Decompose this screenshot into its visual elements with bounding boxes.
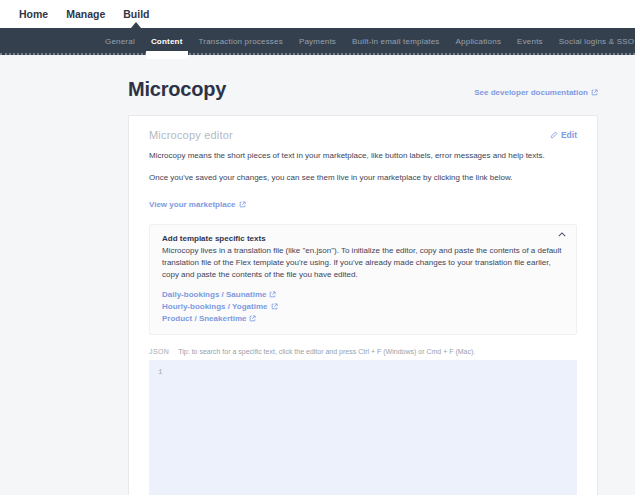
tab-payments-label: Payments: [299, 37, 336, 46]
tab-transaction-processes-label: Transaction processes: [199, 37, 283, 46]
external-link-icon: [249, 315, 256, 322]
save-info-paragraph: Once you've saved your changes, you can …: [149, 172, 577, 185]
template-link-hourly-bookings-label: Hourly-bookings / Yogatime: [162, 301, 268, 313]
edit-button-label: Edit: [561, 130, 577, 140]
tab-applications-label: Applications: [456, 37, 502, 46]
view-marketplace-link-label: View your marketplace: [149, 200, 236, 209]
editor-meta-row: JSON Tip: to search for a specific text,…: [149, 348, 577, 355]
top-navigation: Home Manage Build: [0, 0, 635, 28]
card-header: Microcopy editor Edit: [149, 129, 577, 141]
template-texts-panel: Add template specific texts Microcopy li…: [149, 224, 577, 335]
active-tab-indicator: [146, 51, 188, 59]
topnav-home-label: Home: [19, 8, 48, 20]
topnav-build-label: Build: [123, 8, 149, 20]
developer-documentation-link[interactable]: See developer documentation: [474, 88, 598, 97]
tab-content-label: Content: [151, 37, 183, 46]
editor-tip: Tip: to search for a specific text, clic…: [178, 348, 475, 355]
editor-line-number: 1: [149, 362, 163, 376]
tab-transaction-processes[interactable]: Transaction processes: [191, 28, 291, 55]
json-code-editor[interactable]: 1: [149, 360, 577, 495]
template-link-product[interactable]: Product / Sneakertime: [162, 313, 256, 325]
external-link-icon: [269, 291, 276, 298]
template-link-daily-bookings[interactable]: Daily-bookings / Saunatime: [162, 289, 276, 301]
microcopy-editor-card: Microcopy editor Edit Microcopy means th…: [128, 115, 598, 495]
topnav-item-manage[interactable]: Manage: [57, 0, 114, 28]
external-link-icon: [239, 201, 246, 208]
topnav-item-home[interactable]: Home: [10, 0, 57, 28]
developer-documentation-link-label: See developer documentation: [474, 88, 588, 97]
tab-payments[interactable]: Payments: [291, 28, 344, 55]
tab-social-logins-sso[interactable]: Social logins & SSO: [551, 28, 635, 55]
tab-social-logins-sso-label: Social logins & SSO: [559, 37, 634, 46]
page-header: Microcopy See developer documentation: [128, 78, 598, 101]
format-label: JSON: [149, 348, 169, 355]
tab-built-in-email-templates[interactable]: Built-in email templates: [344, 28, 448, 55]
tab-events-label: Events: [517, 37, 543, 46]
tab-general-label: General: [105, 37, 135, 46]
build-sub-navigation: General Content Transaction processes Pa…: [0, 28, 635, 55]
pencil-icon: [550, 131, 558, 139]
template-panel-body: Microcopy lives in a translation file (l…: [162, 245, 564, 282]
tab-general[interactable]: General: [97, 28, 143, 55]
topnav-manage-label: Manage: [66, 8, 105, 20]
topnav-item-build[interactable]: Build: [114, 0, 158, 28]
tab-applications[interactable]: Applications: [448, 28, 510, 55]
chevron-up-icon: [558, 232, 566, 237]
view-marketplace-link[interactable]: View your marketplace: [149, 200, 246, 209]
tab-content[interactable]: Content: [143, 28, 191, 55]
collapse-panel-button[interactable]: [558, 232, 566, 237]
external-link-icon: [591, 89, 598, 96]
template-link-daily-bookings-label: Daily-bookings / Saunatime: [162, 289, 266, 301]
template-panel-title: Add template specific texts: [162, 233, 564, 245]
page-title: Microcopy: [128, 78, 226, 101]
template-link-product-label: Product / Sneakertime: [162, 313, 246, 325]
edit-button[interactable]: Edit: [550, 130, 577, 140]
tab-events[interactable]: Events: [509, 28, 551, 55]
card-title: Microcopy editor: [149, 129, 233, 141]
intro-paragraph: Microcopy means the short pieces of text…: [149, 150, 577, 163]
external-link-icon: [271, 303, 278, 310]
tab-built-in-email-templates-label: Built-in email templates: [352, 37, 440, 46]
template-link-hourly-bookings[interactable]: Hourly-bookings / Yogatime: [162, 301, 278, 313]
navbar-dotted-divider: [0, 53, 635, 55]
